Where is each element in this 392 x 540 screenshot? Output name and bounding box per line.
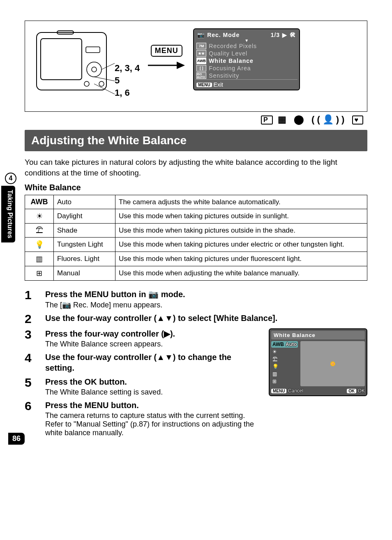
- step-desc: The White Balance screen appears.: [45, 340, 262, 348]
- lcd-label: White Balance: [209, 58, 254, 64]
- top-diagram-panel: 2, 3, 4 5 1, 6 MENU 📷 Rec. Mode 1/3 ▶ 🛠 …: [25, 21, 367, 112]
- wb-icon-shade: ⛱: [25, 224, 54, 238]
- wb-option-manual: ⊞: [271, 378, 298, 385]
- menu-badge: MENU: [151, 45, 182, 57]
- table-row: 💡 Tungsten Light Use this mode when taki…: [25, 238, 367, 252]
- step-number: 5: [25, 376, 38, 389]
- step-6: 6 Press the MENU button. The camera retu…: [25, 400, 262, 437]
- lcd-icon-7m: 7M: [196, 43, 206, 49]
- arrow-icon: [148, 59, 185, 72]
- lcd-row-focusing-area: [ ] Focusing Area: [196, 65, 297, 72]
- wb-desc: Use this mode when taking pictures under…: [115, 238, 367, 252]
- lcd-row-white-balance: AWB White Balance: [196, 57, 297, 65]
- wb-option-fluorescent: ▥: [271, 371, 298, 377]
- wb-footer-left-badge: MENU: [271, 389, 286, 393]
- wb-footer-right: OK: [358, 388, 365, 394]
- scroll-right-icon: ▶: [282, 32, 287, 38]
- camera-icon: 📷: [197, 32, 205, 38]
- svg-rect-1: [41, 39, 82, 80]
- lcd-page-indicator: 1/3: [271, 32, 280, 38]
- step-1: 1 Press the MENU button in 📷 mode. The […: [25, 289, 367, 309]
- rec-mode-menu-screen: 📷 Rec. Mode 1/3 ▶ 🛠 ▼ 7M Recorded Pixels…: [193, 28, 300, 90]
- wb-preview-image: 🌼: [300, 341, 365, 386]
- svg-point-6: [84, 81, 89, 86]
- wb-icon-awb: AWB: [25, 195, 54, 209]
- table-row: ▥ Fluores. Light Use this mode when taki…: [25, 252, 367, 266]
- lcd-label: Recorded Pixels: [209, 43, 257, 49]
- lcd-footer-label: Exit: [214, 81, 223, 88]
- step-number: 3: [25, 328, 38, 341]
- steps-list: 1 Press the MENU button in 📷 mode. The […: [25, 289, 367, 441]
- lcd-label: Sensitivity: [209, 72, 239, 79]
- step-desc: The [📷 Rec. Mode] menu appears.: [45, 300, 367, 309]
- camera-illustration: [32, 28, 115, 106]
- wb-footer-right-badge: OK: [347, 389, 356, 393]
- leader-labels: 2, 3, 4 5 1, 6: [115, 61, 140, 100]
- table-row: ⊞ Manual Use this mode when adjusting th…: [25, 266, 367, 281]
- applicable-modes-strip: P ▦ ⬤ ((👤)) ♥: [25, 114, 363, 125]
- wb-desc: Use this mode when taking pictures outsi…: [115, 209, 367, 224]
- svg-rect-0: [37, 32, 106, 90]
- step-2: 2 Use the four-way controller (▲▼) to se…: [25, 313, 367, 325]
- white-balance-screen: White Balance AWB Auto ☀ ⛱ 💡 ▥ ⊞ 🌼 M: [269, 328, 367, 396]
- lcd-row-recorded-pixels: 7M Recorded Pixels: [196, 42, 297, 50]
- wb-option-shade: ⛱: [271, 356, 298, 362]
- lcd-icon-focus: [ ]: [196, 65, 206, 72]
- lcd-row-sensitivity: ISO AUTO Sensitivity: [196, 72, 297, 79]
- step-title: Press the MENU button.: [45, 400, 262, 411]
- page-number: 86: [8, 433, 25, 445]
- leader-label-2: 5: [115, 75, 140, 86]
- lcd-label: Focusing Area: [209, 65, 251, 72]
- lcd-row-quality-level: ★★ Quality Level: [196, 50, 297, 57]
- lcd-down-arrow-icon: ▼: [196, 39, 297, 42]
- wb-name: Fluores. Light: [54, 252, 115, 266]
- table-row: ⛱ Shade Use this mode when taking pictur…: [25, 224, 367, 238]
- leader-label-1: 2, 3, 4: [115, 63, 140, 74]
- lcd-icon-iso: ISO AUTO: [196, 72, 206, 79]
- wb-desc: Use this mode when taking pictures outsi…: [115, 224, 367, 238]
- step-title: Press the MENU button in 📷 mode.: [45, 289, 367, 300]
- wb-desc: Use this mode when taking pictures under…: [115, 252, 367, 266]
- mode-p-icon: P: [261, 115, 273, 125]
- camera-illustration-block: 2, 3, 4 5 1, 6: [32, 28, 140, 106]
- svg-line-9: [94, 77, 115, 81]
- step-number: 1: [25, 289, 38, 301]
- lcd-footer-badge: MENU: [196, 83, 212, 87]
- step-number: 6: [25, 400, 38, 412]
- wb-desc: The camera adjusts the white balance aut…: [115, 195, 367, 209]
- svg-rect-3: [86, 47, 100, 53]
- wb-name: Tungsten Light: [54, 238, 115, 252]
- table-heading: White Balance: [25, 183, 367, 192]
- wb-icon-daylight: ☀: [25, 209, 54, 224]
- lcd-title: Rec. Mode: [207, 32, 240, 38]
- mode-group-icons: ▦ ⬤ ((👤)): [278, 114, 352, 125]
- step-title: Use the four-way controller (▲▼) to sele…: [45, 313, 367, 323]
- table-row: ☀ Daylight Use this mode when taking pic…: [25, 209, 367, 224]
- step-3: 3 Press the four-way controller (▶). The…: [25, 328, 262, 348]
- intro-text: You can take pictures in natural colors …: [25, 157, 367, 178]
- step-5: 5 Press the OK button. The White Balance…: [25, 376, 262, 397]
- chapter-number: 4: [5, 173, 16, 184]
- wb-name: Manual: [54, 266, 115, 281]
- wb-icon-tungsten: 💡: [25, 238, 54, 252]
- wb-desc: Use this mode when adjusting the white b…: [115, 266, 367, 281]
- svg-point-4: [87, 62, 101, 77]
- wb-name: Daylight: [54, 209, 115, 224]
- step-title: Press the OK button.: [45, 376, 262, 387]
- lcd-label: Quality Level: [209, 50, 247, 57]
- step-title: Press the four-way controller (▶).: [45, 328, 262, 339]
- leader-label-3: 1, 6: [115, 88, 140, 98]
- step-number: 4: [25, 352, 38, 364]
- lcd-icon-stars: ★★: [196, 50, 206, 57]
- chapter-label: Taking Pictures: [1, 186, 15, 242]
- wb-option-awb: AWB Auto: [271, 341, 298, 348]
- wb-option-tungsten: 💡: [271, 363, 298, 370]
- step-desc: The camera returns to capture status wit…: [45, 411, 262, 437]
- svg-line-10: [94, 84, 115, 94]
- white-balance-table: AWB Auto The camera adjusts the white ba…: [25, 195, 367, 281]
- table-row: AWB Auto The camera adjusts the white ba…: [25, 195, 367, 209]
- menu-flow: MENU: [148, 45, 185, 72]
- wb-screen-title: White Balance: [271, 331, 365, 339]
- wb-icon-manual: ⊞: [25, 266, 54, 281]
- section-title: Adjusting the White Balance: [25, 130, 367, 151]
